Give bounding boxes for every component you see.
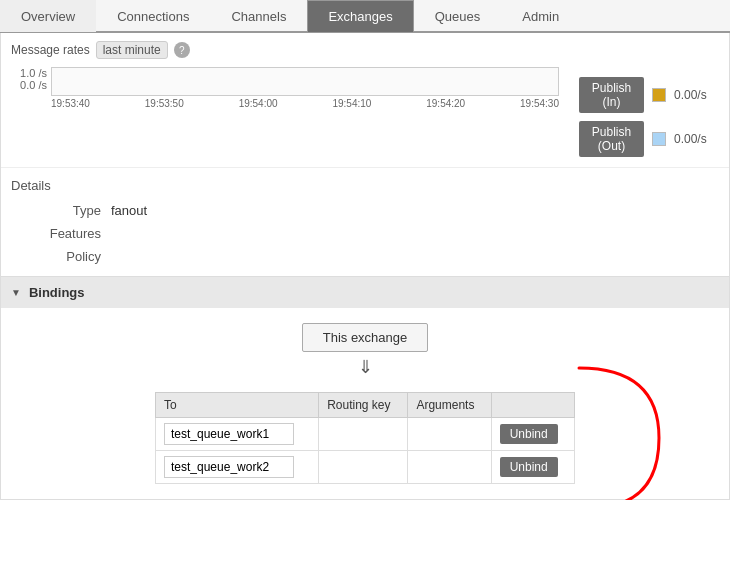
col-routing-key: Routing key	[319, 393, 408, 418]
publish-in-value: 0.00/s	[674, 88, 707, 102]
x-axis: 19:53:40 19:53:50 19:54:00 19:54:10 19:5…	[51, 96, 559, 109]
publish-in-item: Publish(In) 0.00/s	[579, 77, 719, 113]
type-value: fanout	[111, 201, 719, 220]
tab-queues[interactable]: Queues	[414, 0, 502, 32]
tab-connections[interactable]: Connections	[96, 0, 210, 32]
publish-in-color	[652, 88, 666, 102]
chart-section: 1.0 /s 0.0 /s 19:53:40 19:53:50 19:54:00…	[1, 67, 729, 167]
publish-legend: Publish(In) 0.00/s Publish(Out) 0.00/s	[579, 67, 719, 157]
exchange-box-wrapper: This exchange ⇓	[265, 323, 465, 382]
routing-key-cell-1	[319, 418, 408, 451]
x-label-0: 19:53:40	[51, 98, 90, 109]
arguments-cell-2	[408, 451, 491, 484]
arrow-down-icon: ⇓	[358, 356, 373, 378]
publish-out-item: Publish(Out) 0.00/s	[579, 121, 719, 157]
x-label-4: 19:54:20	[426, 98, 465, 109]
col-action	[491, 393, 574, 418]
details-table: Type fanout Features Policy	[11, 201, 719, 266]
policy-label: Policy	[21, 247, 101, 266]
action-cell-1: Unbind	[491, 418, 574, 451]
help-icon[interactable]: ?	[174, 42, 190, 58]
col-arguments: Arguments	[408, 393, 491, 418]
annotation-svg	[559, 358, 699, 500]
y-axis: 1.0 /s 0.0 /s	[11, 67, 51, 109]
y-axis-bottom: 0.0 /s	[11, 79, 47, 91]
publish-in-button[interactable]: Publish(In)	[579, 77, 644, 113]
chart-container: 1.0 /s 0.0 /s 19:53:40 19:53:50 19:54:00…	[11, 67, 559, 109]
x-label-5: 19:54:30	[520, 98, 559, 109]
details-section: Details Type fanout Features Policy	[1, 167, 729, 266]
bindings-section: ▼ Bindings This exchange ⇓ To Routing ke…	[1, 276, 729, 499]
publish-out-color	[652, 132, 666, 146]
queue-input-1[interactable]	[164, 423, 294, 445]
features-label: Features	[21, 224, 101, 243]
tab-channels[interactable]: Channels	[210, 0, 307, 32]
tab-admin[interactable]: Admin	[501, 0, 580, 32]
chart-box	[51, 67, 559, 96]
rate-badge[interactable]: last minute	[96, 41, 168, 59]
y-axis-top: 1.0 /s	[11, 67, 47, 79]
x-label-3: 19:54:10	[332, 98, 371, 109]
queue-cell-1	[156, 418, 319, 451]
table-row: Unbind	[156, 451, 575, 484]
message-rates-bar: Message rates last minute ?	[1, 33, 729, 67]
exchange-box: This exchange	[302, 323, 429, 352]
bindings-title: Bindings	[29, 285, 85, 300]
bindings-table: To Routing key Arguments Unbi	[155, 392, 575, 484]
policy-value	[111, 247, 719, 266]
message-rates-label: Message rates	[11, 43, 90, 57]
queue-cell-2	[156, 451, 319, 484]
triangle-icon: ▼	[11, 287, 21, 298]
nav-tabs: Overview Connections Channels Exchanges …	[0, 0, 730, 33]
arguments-cell-1	[408, 418, 491, 451]
unbind-button-1[interactable]: Unbind	[500, 424, 558, 444]
table-row: Unbind	[156, 418, 575, 451]
details-title: Details	[11, 178, 719, 193]
bindings-content: This exchange ⇓ To Routing key Arguments	[1, 308, 729, 499]
routing-key-cell-2	[319, 451, 408, 484]
unbind-button-2[interactable]: Unbind	[500, 457, 558, 477]
chart-inner: 19:53:40 19:53:50 19:54:00 19:54:10 19:5…	[51, 67, 559, 109]
queue-input-2[interactable]	[164, 456, 294, 478]
bindings-header[interactable]: ▼ Bindings	[1, 277, 729, 308]
col-to: To	[156, 393, 319, 418]
x-label-1: 19:53:50	[145, 98, 184, 109]
features-value	[111, 224, 719, 243]
tab-exchanges[interactable]: Exchanges	[307, 0, 413, 32]
tab-overview[interactable]: Overview	[0, 0, 96, 32]
publish-out-button[interactable]: Publish(Out)	[579, 121, 644, 157]
publish-out-value: 0.00/s	[674, 132, 707, 146]
type-label: Type	[21, 201, 101, 220]
action-cell-2: Unbind	[491, 451, 574, 484]
x-label-2: 19:54:00	[239, 98, 278, 109]
